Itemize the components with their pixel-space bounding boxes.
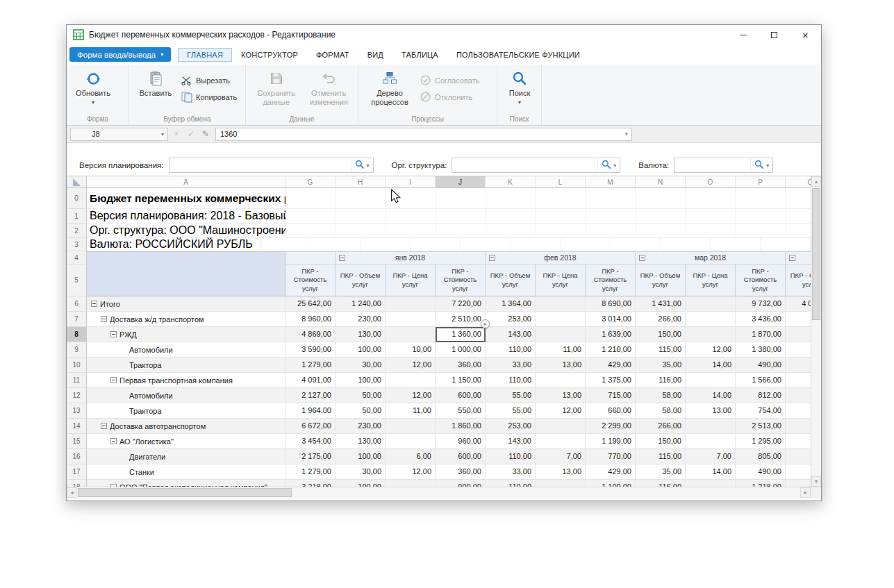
collapse-button[interactable] (110, 438, 117, 444)
cell-K18[interactable]: 110,00 (486, 480, 536, 487)
cell-L17[interactable]: 13,00 (536, 464, 586, 480)
cell-J15[interactable]: 960,00 (436, 434, 486, 449)
cell-G12[interactable]: 2 127,00 (285, 388, 336, 403)
cell[interactable] (436, 224, 486, 238)
cell-G9[interactable]: 3 590,00 (285, 342, 336, 358)
column-header-P[interactable]: P (736, 176, 786, 188)
row-label-cell[interactable]: РЖД (87, 327, 285, 342)
cell-O11[interactable] (686, 373, 736, 388)
cell-J18[interactable]: 900,00 (436, 480, 486, 487)
selected-cell[interactable]: 1 360,00▸ (436, 327, 486, 342)
cell[interactable] (686, 224, 736, 238)
row-header-14[interactable]: 14 (67, 419, 87, 434)
cell[interactable] (736, 224, 786, 238)
column-header-I[interactable]: I (386, 176, 436, 188)
tab-view[interactable]: ВИД (358, 48, 392, 62)
cell-P17[interactable]: 490,00 (736, 464, 786, 480)
refresh-button[interactable]: Обновить ▾ (71, 69, 115, 106)
cell-P14[interactable]: 2 513,00 (736, 419, 786, 434)
cell-O13[interactable]: 13,00 (686, 403, 736, 419)
scroll-up-icon[interactable]: ▴ (811, 176, 821, 187)
cell-P6[interactable]: 9 732,00 (736, 296, 786, 312)
cell-H11[interactable]: 100,00 (336, 373, 386, 388)
cell-G16[interactable]: 2 175,00 (285, 449, 336, 464)
cell-K8[interactable]: 143,00 (486, 327, 536, 342)
column-header-A[interactable]: A (87, 176, 285, 188)
cell-reference-box[interactable]: J8 ▾ (70, 128, 168, 141)
tab-constructor[interactable]: КОНСТРУКТОР (232, 48, 307, 62)
cell-P9[interactable]: 1 380,00 (736, 342, 786, 358)
cell-I11[interactable] (386, 373, 436, 388)
cell-P11[interactable]: 1 566,00 (736, 373, 786, 388)
cell-K17[interactable]: 33,00 (486, 464, 536, 480)
row-label-cell[interactable]: Трактора (87, 358, 285, 373)
cell-H16[interactable]: 100,00 (336, 449, 386, 464)
cell-N6[interactable]: 1 431,00 (636, 296, 686, 312)
column-header-H[interactable]: H (336, 176, 386, 188)
cell-M15[interactable]: 1 199,00 (586, 434, 636, 449)
process-tree-button[interactable]: Дерево процессов (363, 69, 417, 106)
cell-P12[interactable]: 812,00 (736, 388, 786, 403)
row-header-2[interactable]: 2 (67, 224, 87, 238)
cell-L14[interactable] (536, 419, 586, 434)
cell-I9[interactable]: 10,00 (386, 342, 436, 358)
cell-Q9[interactable] (786, 342, 811, 358)
cell-L8[interactable] (536, 327, 586, 342)
cell-H8[interactable]: 130,00 (336, 327, 386, 342)
cell[interactable] (486, 209, 536, 224)
row-header-13[interactable]: 13 (67, 403, 87, 419)
chevron-down-icon[interactable]: ▾ (613, 162, 616, 169)
cell-M17[interactable]: 429,00 (586, 464, 636, 480)
cell-G14[interactable]: 6 672,00 (285, 419, 336, 434)
currency-input[interactable]: ▾ (674, 158, 773, 173)
cell[interactable] (411, 238, 461, 251)
row-header-4[interactable]: 4 (67, 251, 87, 264)
cell-J17[interactable]: 360,00 (436, 464, 486, 480)
cell-O12[interactable]: 14,00 (686, 388, 736, 403)
cell-H18[interactable]: 100,00 (336, 480, 386, 487)
cell[interactable] (611, 238, 661, 251)
chevron-down-icon[interactable]: ▾ (161, 131, 167, 137)
cell-I15[interactable] (386, 434, 436, 449)
row-header-8[interactable]: 8 (67, 327, 87, 342)
horizontal-scroll-thumb[interactable] (78, 488, 292, 497)
cell[interactable] (786, 224, 811, 238)
cell[interactable] (311, 238, 361, 251)
cell-P16[interactable]: 805,00 (736, 449, 786, 464)
cell[interactable] (336, 224, 386, 238)
row-header-15[interactable]: 15 (67, 434, 87, 449)
vertical-scrollbar[interactable]: ▴ ▾ (811, 176, 821, 487)
row-label-cell[interactable]: АО "Логистика" (87, 434, 285, 449)
cell-M13[interactable]: 660,00 (586, 403, 636, 419)
cell-L18[interactable] (536, 480, 586, 487)
cell-K14[interactable]: 253,00 (486, 419, 536, 434)
row-label-cell[interactable]: Доставка ж/д транспортом (87, 312, 285, 327)
selection-handle[interactable]: ▸ (481, 319, 490, 328)
cell-H6[interactable]: 1 240,00 (336, 296, 386, 312)
row-label-cell[interactable]: Доставка автотранспортом (87, 419, 285, 434)
cell-N17[interactable]: 35,00 (636, 464, 686, 480)
row-label-cell[interactable]: Трактора (87, 403, 285, 419)
cell-J6[interactable]: 7 220,00 (436, 296, 486, 312)
cell[interactable] (586, 224, 636, 238)
cut-button[interactable]: Вырезать (181, 74, 237, 87)
cell[interactable] (536, 188, 586, 209)
paste-button[interactable]: Вставить (133, 69, 178, 98)
cell-G13[interactable]: 1 964,00 (285, 403, 336, 419)
row-header-0[interactable]: 0 (67, 188, 87, 209)
cell[interactable] (486, 188, 536, 209)
cell-Q8[interactable] (786, 327, 811, 342)
cell-G8[interactable]: 4 869,00 (285, 327, 336, 342)
cell[interactable] (636, 188, 686, 209)
cell[interactable] (536, 209, 586, 224)
cell-J10[interactable]: 360,00 (436, 358, 486, 373)
cell-L15[interactable] (536, 434, 586, 449)
cell-J7[interactable]: 2 510,00 (436, 312, 486, 327)
cell-L12[interactable]: 13,00 (536, 388, 586, 403)
cell-M18[interactable]: 1 100,00 (586, 480, 636, 487)
cell-H15[interactable]: 130,00 (336, 434, 386, 449)
cell-L7[interactable] (536, 312, 586, 327)
column-header-J[interactable]: J (436, 176, 486, 188)
cell-P10[interactable]: 490,00 (736, 358, 786, 373)
column-header-G[interactable]: G (285, 176, 336, 188)
